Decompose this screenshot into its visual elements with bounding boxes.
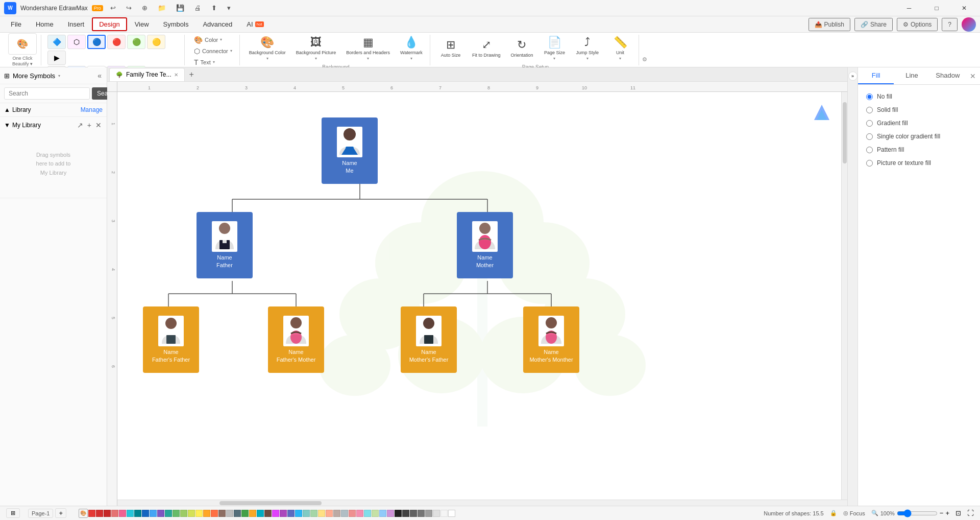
node-mothers-mother[interactable]: Name Mother's Monther [523,306,579,373]
panel-close-btn[interactable]: ✕ [966,67,980,84]
add-page-btn[interactable]: + [55,508,66,518]
watermark-btn[interactable]: 💧 Watermark ▾ [397,35,426,62]
node-mothers-father[interactable]: Name Mother's Father [401,306,457,373]
zoom-out-btn[interactable]: − [940,509,944,517]
manage-label[interactable]: Manage [81,106,103,113]
color-swatch-lightorange[interactable] [326,510,333,517]
tab-fill[interactable]: Fill [858,67,894,84]
node-mother[interactable]: Name Mother [457,212,513,278]
paint-tool-icon[interactable]: 🎨 [79,509,88,518]
color-swatch-lightbrown[interactable] [333,510,340,517]
fullscreen-btn[interactable]: ⛶ [967,509,974,517]
color-swatch-deepred[interactable] [104,510,111,517]
background-picture-btn[interactable]: 🖼 Background Picture ▾ [293,35,339,62]
maximize-btn[interactable]: □ [925,0,948,16]
node-father[interactable]: Name Father [197,212,253,278]
undo-btn[interactable]: ↩ [107,2,119,14]
v-scroll-thumb[interactable] [843,102,847,163]
fill-option-solid[interactable]: Solid fill [866,106,972,113]
unit-btn[interactable]: 📏 Unit ▾ [606,35,634,62]
my-library-add-btn[interactable]: + [86,120,92,130]
color-swatch-palegreen[interactable] [372,510,379,517]
color-swatch-teal[interactable] [134,510,141,517]
options-btn[interactable]: ⚙ Options [897,18,938,31]
color-swatch-blue[interactable] [150,510,157,517]
beautify-style-2[interactable]: ⬡ [67,35,86,49]
page-view-btn[interactable]: ⊞ [6,508,20,518]
color-swatch-bluegray[interactable] [234,510,241,517]
connector-btn[interactable]: ⬡ Connector ▾ [191,46,235,56]
fit-to-drawing-btn[interactable]: ⤢ Fit to Drawing [469,35,504,62]
color-swatch-brown2[interactable] [264,510,272,517]
my-library-close-btn[interactable]: ✕ [94,120,103,130]
color-swatch-lightred[interactable] [111,510,118,517]
color-swatch-lightgreen[interactable] [180,510,187,517]
color-swatch-paleblue[interactable] [379,510,386,517]
menu-file[interactable]: File [4,18,28,31]
color-swatch-amber[interactable] [249,510,256,517]
publish-btn[interactable]: 📤 Publish [808,18,850,31]
node-fathers-mother[interactable]: Name Father's Mother [268,306,324,373]
fit-screen-btn[interactable]: ⊡ [955,509,961,517]
color-swatch-white[interactable] [448,510,455,517]
tab-close-btn[interactable]: ✕ [174,72,178,78]
library-label[interactable]: ▲ Library [4,106,31,113]
lock-btn[interactable]: 🔒 [830,510,837,516]
fill-option-picture[interactable]: Picture or texture fill [866,159,972,167]
color-swatch-green[interactable] [173,510,180,517]
my-library-label[interactable]: ▼ My Library [4,122,41,129]
panel-collapse-btn[interactable]: » [848,72,857,81]
color-swatch-lightyellow[interactable] [318,510,325,517]
tab-shadow[interactable]: Shadow [930,67,966,84]
page-setup-settings-icon[interactable]: ⚙ [642,56,647,65]
close-btn[interactable]: ✕ [952,0,976,16]
beautify-style-3[interactable]: 🔵 [87,35,106,49]
focus-btn[interactable]: ◎ Focus [843,510,865,516]
menu-advanced[interactable]: Advanced [196,18,239,31]
color-swatch-lightgreen2[interactable] [310,510,317,517]
beautify-style-6[interactable]: 🟡 [147,35,165,49]
beautify-style-4[interactable]: 🔴 [107,35,126,49]
save-btn[interactable]: 💾 [173,2,187,14]
color-swatch-palepurple[interactable] [387,510,394,517]
minimize-btn[interactable]: ─ [897,0,921,16]
node-me[interactable]: Name Me [322,117,378,184]
color-swatch-yellow[interactable] [195,510,203,517]
fill-option-gradient[interactable]: Gradient fill [866,120,972,127]
borders-headers-btn[interactable]: ▦ Borders and Headers ▾ [343,35,393,62]
auto-size-btn[interactable]: ⊞ Auto Size [436,35,465,62]
color-swatch-red[interactable] [88,510,95,517]
menu-view[interactable]: View [128,18,156,31]
zoom-in-btn[interactable]: + [945,509,949,517]
open-btn[interactable]: 📁 [155,2,169,14]
color-swatch-lightblue[interactable] [295,510,302,517]
color-swatch-purple2[interactable] [272,510,279,517]
color-swatch-deeporange[interactable] [211,510,218,517]
color-swatch-green2[interactable] [241,510,249,517]
color-swatch-gray2[interactable] [410,510,417,517]
fill-option-pattern[interactable]: Pattern fill [866,146,972,153]
jump-style-btn[interactable]: ⤴ Jump Style ▾ [573,35,602,62]
color-swatch-lightgray[interactable] [341,510,348,517]
new-btn[interactable]: ⊕ [139,2,151,14]
menu-home[interactable]: Home [29,18,60,31]
h-scroll-thumb[interactable] [219,501,322,505]
h-scrollbar[interactable] [117,500,847,506]
page-size-btn[interactable]: 📄 Page Size ▾ [540,35,569,62]
text-btn[interactable]: T Text ▾ [191,57,218,67]
add-tab-btn[interactable]: + [185,69,198,80]
export-btn[interactable]: ⬆ [208,2,220,14]
color-btn[interactable]: 🎨 Color ▾ [191,35,225,45]
zoom-slider[interactable] [897,509,938,517]
redo-btn[interactable]: ↪ [123,2,135,14]
color-swatch-gray3[interactable] [418,510,425,517]
color-swatch-orange[interactable] [203,510,210,517]
color-swatch-purple3[interactable] [280,510,287,517]
menu-design[interactable]: Design [92,17,127,31]
user-avatar[interactable] [962,17,976,32]
color-swatch-darkgray[interactable] [402,510,409,517]
orientation-btn[interactable]: ↻ Orientation [507,35,536,62]
color-swatch-teal2[interactable] [165,510,172,517]
color-swatch-medgray[interactable] [425,510,432,517]
more-btn[interactable]: ▾ [224,2,234,14]
